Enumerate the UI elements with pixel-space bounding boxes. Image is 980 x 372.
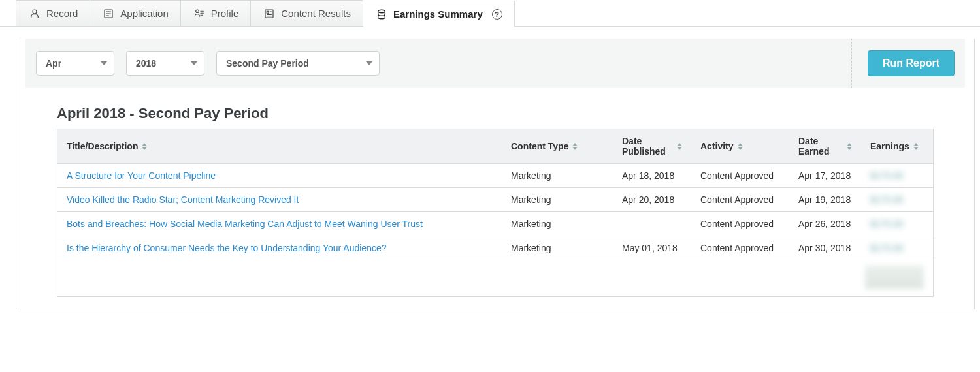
svg-point-0 — [33, 10, 37, 14]
content-link[interactable]: Video Killed the Radio Star; Content Mar… — [67, 194, 299, 205]
cell-earnings-blurred: $175.00 — [861, 219, 933, 229]
cell-type: Marketing — [502, 170, 613, 181]
period-select[interactable]: Second Pay Period — [216, 51, 380, 76]
tab-label: Record — [46, 8, 78, 19]
col-earnings[interactable]: Earnings — [861, 141, 933, 151]
table-row: Bots and Breaches: How Social Media Mark… — [57, 212, 933, 236]
cell-earned: Apr 26, 2018 — [789, 219, 861, 229]
svg-point-5 — [378, 10, 385, 13]
earnings-icon — [375, 8, 388, 21]
cell-type: Marketing — [502, 243, 613, 253]
month-select[interactable]: Apr — [36, 51, 114, 76]
svg-point-2 — [196, 10, 199, 13]
cell-earnings-blurred: $175.00 — [861, 170, 933, 181]
cell-activity: Content Approved — [691, 170, 789, 181]
tab-label: Earnings Summary — [393, 8, 483, 20]
year-value: 2018 — [136, 58, 156, 69]
sort-icon — [572, 143, 578, 150]
col-date-published[interactable]: Date Published — [613, 136, 691, 157]
cell-published: Apr 18, 2018 — [613, 170, 691, 181]
cell-title: Video Killed the Radio Star; Content Mar… — [57, 194, 502, 205]
sort-icon — [913, 143, 919, 150]
application-icon — [102, 7, 115, 20]
tab-label: Content Results — [281, 8, 351, 19]
sort-icon — [677, 143, 682, 150]
total-blurred — [865, 266, 924, 289]
period-value: Second Pay Period — [226, 58, 309, 69]
caret-down-icon — [101, 61, 107, 65]
help-icon[interactable]: ? — [492, 9, 502, 20]
cell-activity: Content Approved — [691, 243, 789, 253]
filter-divider — [851, 39, 852, 88]
cell-earned: Apr 30, 2018 — [789, 243, 861, 253]
col-date-earned[interactable]: Date Earned — [789, 136, 861, 157]
sort-icon — [142, 143, 147, 150]
tab-application[interactable]: Application — [90, 0, 180, 26]
col-activity[interactable]: Activity — [691, 141, 789, 151]
caret-down-icon — [366, 61, 372, 65]
year-select[interactable]: 2018 — [126, 51, 204, 76]
month-value: Apr — [46, 58, 61, 69]
caret-down-icon — [191, 61, 197, 65]
cell-title: Is the Hierarchy of Consumer Needs the K… — [57, 243, 502, 253]
col-title[interactable]: Title/Description — [57, 141, 502, 151]
tab-bar: Record Application Profile Content Resul… — [0, 0, 980, 27]
sort-icon — [847, 143, 852, 150]
tab-record[interactable]: Record — [16, 0, 90, 26]
cell-earnings-blurred: $175.00 — [861, 194, 933, 205]
cell-type: Marketing — [502, 219, 613, 229]
cell-title: A Structure for Your Content Pipeline — [57, 170, 502, 181]
col-content-type[interactable]: Content Type — [502, 141, 613, 151]
content-link[interactable]: Bots and Breaches: How Social Media Mark… — [67, 219, 423, 229]
table-body: A Structure for Your Content PipelineMar… — [57, 164, 933, 260]
content-results-icon — [263, 7, 276, 20]
table-footer — [57, 260, 933, 296]
cell-type: Marketing — [502, 194, 613, 205]
cell-earned: Apr 19, 2018 — [789, 194, 861, 205]
content-link[interactable]: Is the Hierarchy of Consumer Needs the K… — [67, 243, 387, 253]
tab-label: Application — [120, 8, 168, 19]
run-report-button[interactable]: Run Report — [868, 50, 955, 76]
cell-activity: Content Approved — [691, 219, 789, 229]
tab-profile[interactable]: Profile — [180, 0, 252, 26]
table-row: Video Killed the Radio Star; Content Mar… — [57, 188, 933, 212]
cell-published: Apr 20, 2018 — [613, 194, 691, 205]
svg-rect-4 — [267, 11, 269, 13]
content-link[interactable]: A Structure for Your Content Pipeline — [67, 170, 216, 181]
cell-title: Bots and Breaches: How Social Media Mark… — [57, 219, 502, 229]
filter-bar: Apr 2018 Second Pay Period Run Report — [25, 39, 965, 88]
tab-earnings-summary[interactable]: Earnings Summary ? — [363, 1, 515, 27]
sort-icon — [738, 143, 743, 150]
table-header: Title/Description Content Type Date Publ… — [57, 129, 933, 164]
cell-earnings-blurred: $175.00 — [861, 243, 933, 253]
profile-icon — [193, 7, 206, 20]
tab-content-results[interactable]: Content Results — [250, 0, 363, 26]
record-icon — [28, 7, 41, 20]
tab-label: Profile — [211, 8, 239, 19]
earnings-table: Title/Description Content Type Date Publ… — [57, 129, 934, 297]
cell-activity: Content Approved — [691, 194, 789, 205]
table-row: A Structure for Your Content PipelineMar… — [57, 164, 933, 188]
cell-published: May 01, 2018 — [613, 243, 691, 253]
content-frame: Apr 2018 Second Pay Period Run Report Ap… — [16, 39, 975, 309]
cell-earned: Apr 17, 2018 — [789, 170, 861, 181]
report-title: April 2018 - Second Pay Period — [57, 105, 974, 122]
table-row: Is the Hierarchy of Consumer Needs the K… — [57, 236, 933, 260]
